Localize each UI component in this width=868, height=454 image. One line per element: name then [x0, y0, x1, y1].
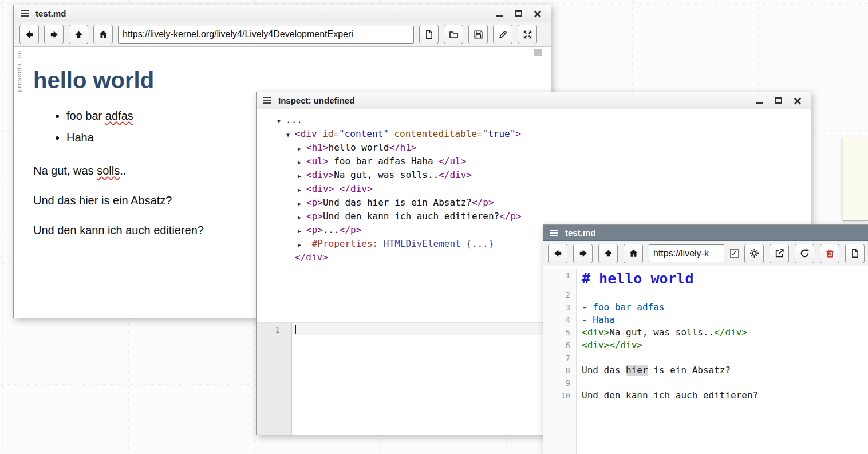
- code-line-text: <div></div>: [577, 339, 642, 352]
- line-number: 7: [543, 352, 577, 364]
- close-button[interactable]: [792, 96, 803, 105]
- dom-tree-node[interactable]: ▶<p>Und den kann ich auch editieren?</p>: [257, 210, 811, 224]
- line-number: 5: [543, 326, 577, 339]
- up-icon: [73, 29, 84, 40]
- code-line-text: [577, 352, 582, 364]
- minimize-button[interactable]: [755, 96, 765, 105]
- forward-icon: [49, 29, 60, 40]
- code-line-text: # hello world: [577, 269, 694, 289]
- window-title: Inspect: undefined: [278, 96, 354, 105]
- tree-expanded-arrow-icon[interactable]: ▼: [286, 129, 295, 141]
- code-line[interactable]: 3- foo bar adfas: [543, 301, 868, 314]
- code-line-text: Und das hier is ein Absatz?: [577, 364, 731, 377]
- code-line[interactable]: 5<div>Na gut, was solls..</div>: [543, 326, 868, 339]
- line-number: 6: [543, 339, 577, 352]
- code-line[interactable]: 6<div></div>: [543, 339, 868, 352]
- dom-tree-node[interactable]: ▼...: [257, 114, 811, 128]
- code-line[interactable]: 1# hello world: [543, 266, 868, 289]
- markdown-browser-titlebar[interactable]: test.md: [14, 5, 551, 22]
- editor-toolbar: ✓: [543, 241, 868, 266]
- resize-handle[interactable]: [534, 49, 542, 56]
- line-number: 2: [543, 289, 577, 301]
- line-number: 4: [543, 314, 577, 326]
- tree-collapsed-arrow-icon[interactable]: ▶: [298, 156, 306, 169]
- code-line[interactable]: 2: [543, 289, 868, 301]
- forward-button[interactable]: [573, 244, 593, 263]
- forward-button[interactable]: [44, 25, 64, 44]
- fullscreen-button[interactable]: [518, 25, 537, 44]
- code-line-text: - foo bar adfas: [577, 301, 665, 314]
- dom-tree-node[interactable]: ▼<div id="content" contenteditable="true…: [257, 128, 811, 141]
- edit-icon: [498, 29, 508, 40]
- tree-collapsed-arrow-icon[interactable]: ▶: [298, 198, 306, 210]
- back-icon: [553, 248, 563, 259]
- window-title: test.md: [565, 228, 595, 238]
- tree-expanded-arrow-icon[interactable]: ▼: [277, 115, 286, 128]
- new-file-button[interactable]: [845, 244, 865, 263]
- url-input[interactable]: [118, 26, 414, 44]
- refresh-button[interactable]: [795, 244, 814, 263]
- dom-tree-node[interactable]: ▶<ul> foo bar adfas Haha </ul>: [257, 155, 811, 169]
- minimize-button[interactable]: [495, 9, 505, 18]
- line-number: 3: [543, 301, 577, 314]
- code-line[interactable]: 8Und das hier is ein Absatz?: [543, 364, 868, 377]
- text-cursor: [295, 325, 296, 334]
- window-title: test.md: [35, 9, 66, 18]
- tree-collapsed-arrow-icon[interactable]: ▶: [298, 211, 306, 224]
- up-button[interactable]: [598, 244, 618, 263]
- markdown-heading: hello world: [33, 68, 534, 93]
- edit-button[interactable]: [493, 25, 512, 44]
- code-line[interactable]: 4- Haha: [543, 314, 868, 326]
- external-link-button[interactable]: [770, 244, 789, 263]
- window-controls: [755, 96, 804, 105]
- line-number: 1: [275, 325, 280, 334]
- code-line[interactable]: 10Und den kann ich auch editieren?: [543, 389, 868, 402]
- dom-tree-node[interactable]: ▶<p>Und das hier is ein Absatz?</p>: [257, 196, 811, 210]
- maximize-button[interactable]: [774, 96, 784, 105]
- up-button[interactable]: [69, 25, 88, 44]
- toolbar-checkbox[interactable]: ✓: [730, 249, 739, 258]
- code-line-text: - Haha: [577, 314, 615, 326]
- inspector-titlebar[interactable]: Inspect: undefined: [257, 92, 811, 109]
- settings-button[interactable]: [744, 244, 764, 263]
- home-button[interactable]: [93, 25, 113, 44]
- code-line-text: Und den kann ich auch editieren?: [577, 389, 758, 402]
- close-button[interactable]: [532, 9, 543, 18]
- tree-collapsed-arrow-icon[interactable]: ▶: [298, 170, 306, 183]
- maximize-button[interactable]: [514, 9, 524, 18]
- folder-button[interactable]: [444, 25, 463, 44]
- line-number: 10: [543, 389, 577, 402]
- save-button[interactable]: [468, 25, 488, 44]
- new-file-button[interactable]: [419, 25, 439, 44]
- line-number: 1: [543, 269, 577, 289]
- tree-collapsed-arrow-icon[interactable]: ▶: [298, 184, 306, 196]
- editor-titlebar[interactable]: test.md: [543, 225, 868, 241]
- dom-tree-node[interactable]: ▶<div>Na gut, was solls..</div>: [257, 169, 811, 183]
- delete-icon: [824, 248, 835, 259]
- external-link-icon: [774, 248, 785, 259]
- window-menu-icon[interactable]: [263, 97, 271, 104]
- url-input[interactable]: [649, 244, 724, 262]
- tree-collapsed-arrow-icon[interactable]: ▶: [298, 225, 306, 238]
- dom-tree-node[interactable]: ▶<div> </div>: [257, 183, 811, 196]
- folder-icon: [448, 29, 459, 40]
- code-line-text: [577, 289, 582, 301]
- window-menu-icon[interactable]: [550, 230, 558, 236]
- background-window-corner: [843, 137, 868, 221]
- new-file-icon: [424, 29, 435, 40]
- code-line-text: <div>Na gut, was solls..</div>: [577, 326, 747, 339]
- code-editor[interactable]: 1# hello world23- foo bar adfas4- Haha5<…: [543, 266, 868, 454]
- dom-tree-node[interactable]: ▶<h1>hello world</h1>: [257, 141, 811, 155]
- home-icon: [98, 29, 109, 40]
- forward-icon: [578, 248, 589, 259]
- browser-toolbar: [14, 22, 551, 47]
- code-line[interactable]: 7: [543, 352, 868, 364]
- tree-collapsed-arrow-icon[interactable]: ▶: [298, 143, 306, 155]
- tree-collapsed-arrow-icon[interactable]: ▶: [298, 239, 306, 251]
- window-menu-icon[interactable]: [21, 10, 29, 17]
- delete-button[interactable]: [820, 244, 839, 263]
- back-button[interactable]: [548, 244, 567, 263]
- home-button[interactable]: [624, 244, 643, 263]
- back-button[interactable]: [19, 25, 39, 44]
- code-line[interactable]: 9: [543, 377, 868, 389]
